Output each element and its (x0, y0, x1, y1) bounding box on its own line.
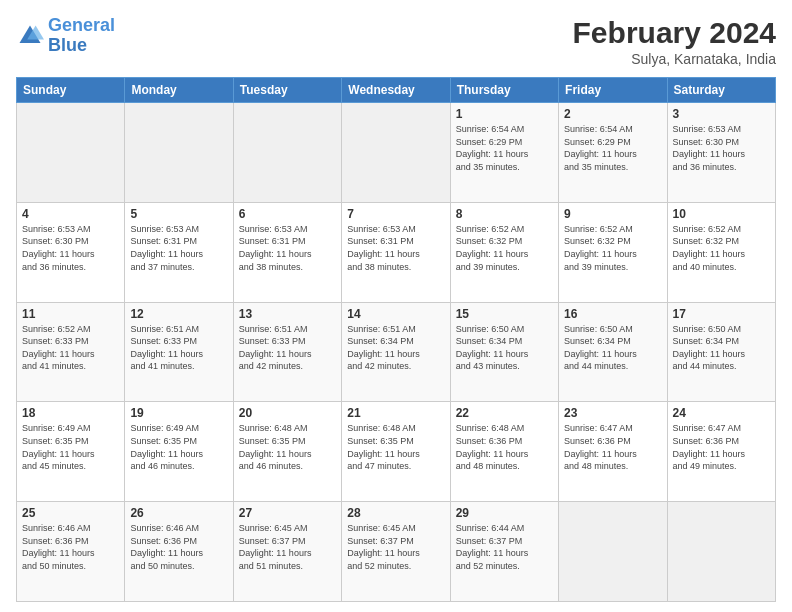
calendar-cell: 25Sunrise: 6:46 AM Sunset: 6:36 PM Dayli… (17, 502, 125, 602)
day-info: Sunrise: 6:53 AM Sunset: 6:31 PM Dayligh… (239, 223, 336, 273)
day-info: Sunrise: 6:45 AM Sunset: 6:37 PM Dayligh… (239, 522, 336, 572)
logo-text: General Blue (48, 16, 115, 56)
day-info: Sunrise: 6:49 AM Sunset: 6:35 PM Dayligh… (130, 422, 227, 472)
day-info: Sunrise: 6:47 AM Sunset: 6:36 PM Dayligh… (564, 422, 661, 472)
calendar-header-row: SundayMondayTuesdayWednesdayThursdayFrid… (17, 78, 776, 103)
logo: General Blue (16, 16, 115, 56)
day-number: 13 (239, 307, 336, 321)
day-number: 12 (130, 307, 227, 321)
calendar-cell: 11Sunrise: 6:52 AM Sunset: 6:33 PM Dayli… (17, 302, 125, 402)
calendar-cell: 23Sunrise: 6:47 AM Sunset: 6:36 PM Dayli… (559, 402, 667, 502)
calendar-cell: 5Sunrise: 6:53 AM Sunset: 6:31 PM Daylig… (125, 202, 233, 302)
day-info: Sunrise: 6:48 AM Sunset: 6:36 PM Dayligh… (456, 422, 553, 472)
day-number: 11 (22, 307, 119, 321)
day-number: 27 (239, 506, 336, 520)
day-number: 24 (673, 406, 770, 420)
calendar-header-thursday: Thursday (450, 78, 558, 103)
day-number: 26 (130, 506, 227, 520)
calendar-week-4: 18Sunrise: 6:49 AM Sunset: 6:35 PM Dayli… (17, 402, 776, 502)
day-number: 8 (456, 207, 553, 221)
page: General Blue February 2024 Sulya, Karnat… (0, 0, 792, 612)
calendar-cell: 16Sunrise: 6:50 AM Sunset: 6:34 PM Dayli… (559, 302, 667, 402)
calendar-cell: 24Sunrise: 6:47 AM Sunset: 6:36 PM Dayli… (667, 402, 775, 502)
day-info: Sunrise: 6:53 AM Sunset: 6:30 PM Dayligh… (22, 223, 119, 273)
day-number: 15 (456, 307, 553, 321)
title-area: February 2024 Sulya, Karnataka, India (573, 16, 776, 67)
calendar-cell: 26Sunrise: 6:46 AM Sunset: 6:36 PM Dayli… (125, 502, 233, 602)
day-number: 9 (564, 207, 661, 221)
day-number: 1 (456, 107, 553, 121)
calendar-cell: 9Sunrise: 6:52 AM Sunset: 6:32 PM Daylig… (559, 202, 667, 302)
calendar-cell: 28Sunrise: 6:45 AM Sunset: 6:37 PM Dayli… (342, 502, 450, 602)
day-info: Sunrise: 6:52 AM Sunset: 6:32 PM Dayligh… (673, 223, 770, 273)
calendar-cell: 20Sunrise: 6:48 AM Sunset: 6:35 PM Dayli… (233, 402, 341, 502)
calendar-header-saturday: Saturday (667, 78, 775, 103)
day-number: 14 (347, 307, 444, 321)
day-number: 20 (239, 406, 336, 420)
calendar-cell: 1Sunrise: 6:54 AM Sunset: 6:29 PM Daylig… (450, 103, 558, 203)
calendar-header-wednesday: Wednesday (342, 78, 450, 103)
subtitle: Sulya, Karnataka, India (573, 51, 776, 67)
day-number: 16 (564, 307, 661, 321)
day-number: 3 (673, 107, 770, 121)
calendar-cell: 10Sunrise: 6:52 AM Sunset: 6:32 PM Dayli… (667, 202, 775, 302)
day-number: 4 (22, 207, 119, 221)
calendar-cell: 14Sunrise: 6:51 AM Sunset: 6:34 PM Dayli… (342, 302, 450, 402)
calendar-cell: 3Sunrise: 6:53 AM Sunset: 6:30 PM Daylig… (667, 103, 775, 203)
calendar-cell: 15Sunrise: 6:50 AM Sunset: 6:34 PM Dayli… (450, 302, 558, 402)
day-info: Sunrise: 6:50 AM Sunset: 6:34 PM Dayligh… (564, 323, 661, 373)
day-info: Sunrise: 6:54 AM Sunset: 6:29 PM Dayligh… (456, 123, 553, 173)
header: General Blue February 2024 Sulya, Karnat… (16, 16, 776, 67)
day-info: Sunrise: 6:52 AM Sunset: 6:32 PM Dayligh… (564, 223, 661, 273)
calendar-cell: 17Sunrise: 6:50 AM Sunset: 6:34 PM Dayli… (667, 302, 775, 402)
day-info: Sunrise: 6:52 AM Sunset: 6:33 PM Dayligh… (22, 323, 119, 373)
calendar-cell: 29Sunrise: 6:44 AM Sunset: 6:37 PM Dayli… (450, 502, 558, 602)
day-info: Sunrise: 6:53 AM Sunset: 6:31 PM Dayligh… (130, 223, 227, 273)
calendar-header-tuesday: Tuesday (233, 78, 341, 103)
calendar-cell (559, 502, 667, 602)
day-number: 6 (239, 207, 336, 221)
calendar-cell: 27Sunrise: 6:45 AM Sunset: 6:37 PM Dayli… (233, 502, 341, 602)
calendar-header-sunday: Sunday (17, 78, 125, 103)
logo-line1: General (48, 15, 115, 35)
day-number: 2 (564, 107, 661, 121)
day-info: Sunrise: 6:54 AM Sunset: 6:29 PM Dayligh… (564, 123, 661, 173)
logo-icon (16, 22, 44, 50)
day-info: Sunrise: 6:51 AM Sunset: 6:33 PM Dayligh… (239, 323, 336, 373)
calendar-cell: 19Sunrise: 6:49 AM Sunset: 6:35 PM Dayli… (125, 402, 233, 502)
calendar-cell: 4Sunrise: 6:53 AM Sunset: 6:30 PM Daylig… (17, 202, 125, 302)
calendar-cell (125, 103, 233, 203)
calendar-cell: 13Sunrise: 6:51 AM Sunset: 6:33 PM Dayli… (233, 302, 341, 402)
day-info: Sunrise: 6:48 AM Sunset: 6:35 PM Dayligh… (239, 422, 336, 472)
day-info: Sunrise: 6:51 AM Sunset: 6:34 PM Dayligh… (347, 323, 444, 373)
day-info: Sunrise: 6:50 AM Sunset: 6:34 PM Dayligh… (673, 323, 770, 373)
day-info: Sunrise: 6:46 AM Sunset: 6:36 PM Dayligh… (130, 522, 227, 572)
day-info: Sunrise: 6:51 AM Sunset: 6:33 PM Dayligh… (130, 323, 227, 373)
calendar-week-5: 25Sunrise: 6:46 AM Sunset: 6:36 PM Dayli… (17, 502, 776, 602)
calendar-cell (342, 103, 450, 203)
day-number: 29 (456, 506, 553, 520)
calendar-header-friday: Friday (559, 78, 667, 103)
day-number: 18 (22, 406, 119, 420)
day-info: Sunrise: 6:45 AM Sunset: 6:37 PM Dayligh… (347, 522, 444, 572)
logo-line2: Blue (48, 35, 87, 55)
calendar-cell: 22Sunrise: 6:48 AM Sunset: 6:36 PM Dayli… (450, 402, 558, 502)
day-number: 28 (347, 506, 444, 520)
calendar-cell: 18Sunrise: 6:49 AM Sunset: 6:35 PM Dayli… (17, 402, 125, 502)
calendar-week-3: 11Sunrise: 6:52 AM Sunset: 6:33 PM Dayli… (17, 302, 776, 402)
day-info: Sunrise: 6:53 AM Sunset: 6:31 PM Dayligh… (347, 223, 444, 273)
day-info: Sunrise: 6:53 AM Sunset: 6:30 PM Dayligh… (673, 123, 770, 173)
calendar-week-1: 1Sunrise: 6:54 AM Sunset: 6:29 PM Daylig… (17, 103, 776, 203)
calendar-cell (667, 502, 775, 602)
calendar-cell: 12Sunrise: 6:51 AM Sunset: 6:33 PM Dayli… (125, 302, 233, 402)
day-number: 5 (130, 207, 227, 221)
calendar-cell: 6Sunrise: 6:53 AM Sunset: 6:31 PM Daylig… (233, 202, 341, 302)
day-number: 17 (673, 307, 770, 321)
day-info: Sunrise: 6:50 AM Sunset: 6:34 PM Dayligh… (456, 323, 553, 373)
day-number: 21 (347, 406, 444, 420)
day-number: 22 (456, 406, 553, 420)
calendar-header-monday: Monday (125, 78, 233, 103)
day-info: Sunrise: 6:49 AM Sunset: 6:35 PM Dayligh… (22, 422, 119, 472)
calendar-table: SundayMondayTuesdayWednesdayThursdayFrid… (16, 77, 776, 602)
day-number: 7 (347, 207, 444, 221)
